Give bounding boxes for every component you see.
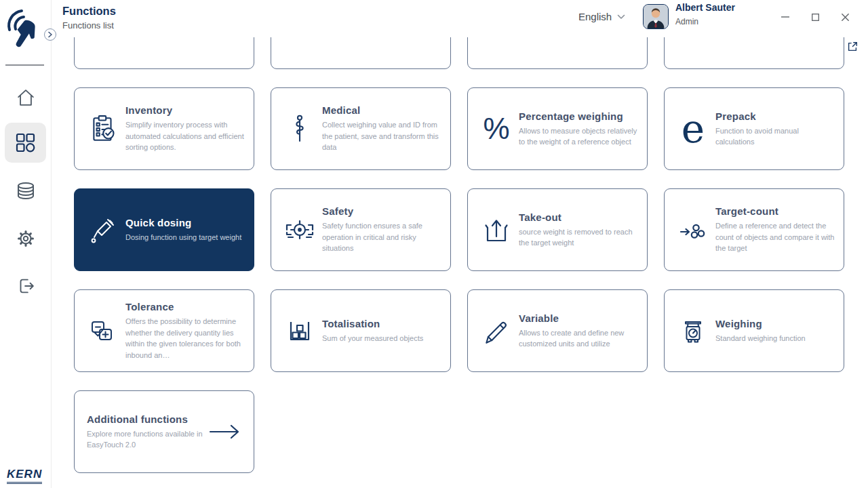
function-card-partial[interactable] <box>74 37 254 69</box>
card-description: Allows to create and define new customiz… <box>519 327 639 350</box>
expand-view-button[interactable] <box>846 41 859 53</box>
close-icon <box>842 14 849 21</box>
sidebar-item-settings[interactable] <box>0 228 51 249</box>
page-subtitle: Functions list <box>62 20 114 30</box>
card-title: Tolerance <box>125 301 245 312</box>
card-title: Safety <box>322 205 442 217</box>
dosing-pipette-icon <box>85 215 121 245</box>
inventory-checklist-icon <box>85 114 121 144</box>
function-card-safety[interactable]: Safety Safety function ensures a safe op… <box>271 188 451 271</box>
card-title: Medical <box>322 104 442 116</box>
card-description: Collect weighing value and ID from the p… <box>322 119 442 153</box>
language-selector[interactable]: English <box>578 11 625 22</box>
user-role: Admin <box>675 17 698 26</box>
percent-icon: % <box>479 112 514 146</box>
card-title: Inventory <box>125 104 245 116</box>
card-title: Prepack <box>715 110 835 122</box>
card-title: Weighing <box>715 318 806 329</box>
variable-pencil-icon <box>479 316 514 346</box>
function-card-weighing[interactable]: Weighing Standard weighing function <box>664 289 844 372</box>
medical-staff-icon <box>282 113 317 145</box>
kern-logo: KERN <box>7 468 42 484</box>
card-description: source weight is removed to reach the ta… <box>519 226 639 249</box>
chevron-down-icon <box>617 14 625 20</box>
card-description: Sum of your measured objects <box>322 333 423 344</box>
function-card-percentage-weighing[interactable]: % Percentage weighing Allows to measure … <box>467 87 648 170</box>
gear-icon <box>16 228 36 249</box>
sidebar-item-database[interactable] <box>0 180 51 202</box>
function-card-inventory[interactable]: Inventory Simplify inventory process wit… <box>74 87 254 170</box>
functions-list: Inventory Simplify inventory process wit… <box>51 37 868 488</box>
window-maximize-button[interactable] <box>808 9 823 24</box>
tolerance-icon <box>85 317 121 345</box>
card-description: Explore more functions available in Easy… <box>87 428 209 451</box>
arrow-right-icon <box>209 423 240 441</box>
card-description: Safety function ensures a safe operation… <box>322 220 442 254</box>
maximize-icon <box>812 14 819 21</box>
sidebar-item-functions[interactable] <box>5 123 46 163</box>
window-close-button[interactable] <box>837 9 852 24</box>
totalisation-icon <box>282 317 317 345</box>
weighing-scale-icon <box>675 317 711 345</box>
page-title: Functions <box>62 5 116 18</box>
card-description: Allows to measure objects relatively to … <box>519 125 639 148</box>
easytouch-logo <box>4 4 45 58</box>
card-title: Quick dosing <box>125 217 241 228</box>
user-avatar[interactable] <box>643 4 669 29</box>
card-description: Simplify inventory process with automate… <box>125 119 245 153</box>
target-count-icon <box>675 216 711 243</box>
function-card-prepack[interactable]: e Prepack Function to avoid manual calcu… <box>664 87 844 170</box>
safety-target-icon <box>282 216 317 243</box>
card-title: Percentage weighing <box>519 110 639 122</box>
chevron-right-icon <box>47 31 53 38</box>
card-title: Totalisation <box>322 318 423 329</box>
card-title: Variable <box>519 312 639 324</box>
function-card-quick-dosing[interactable]: Quick dosing Dosing function using targe… <box>74 188 254 271</box>
minimize-icon <box>781 16 789 18</box>
card-description: Define a reference and detect the count … <box>715 220 835 254</box>
home-icon <box>16 87 36 108</box>
take-out-icon <box>479 216 514 244</box>
header: Functions Functions list English Albert … <box>51 0 868 37</box>
function-card-variable[interactable]: Variable Allows to create and define new… <box>467 289 648 372</box>
function-card-medical[interactable]: Medical Collect weighing value and ID fr… <box>271 87 451 170</box>
user-name: Albert Sauter <box>675 2 735 13</box>
function-card-partial[interactable] <box>271 37 451 69</box>
app-window: KERN Functions Functions list English <box>0 0 868 488</box>
card-title: Target-count <box>715 205 835 217</box>
card-description: Dosing function using target weight <box>125 232 241 243</box>
card-description: Standard weighing function <box>715 333 806 344</box>
function-card-target-count[interactable]: Target-count Define a reference and dete… <box>664 188 844 271</box>
logout-icon <box>16 276 36 296</box>
sidebar-item-home[interactable] <box>0 87 51 108</box>
sidebar-divider <box>5 64 44 66</box>
function-card-totalisation[interactable]: Totalisation Sum of your measured object… <box>271 289 451 372</box>
function-card-partial[interactable] <box>467 37 648 69</box>
function-card-take-out[interactable]: Take-out source weight is removed to rea… <box>467 188 648 271</box>
sidebar-expand-button[interactable] <box>44 28 56 41</box>
card-title: Take-out <box>519 211 639 223</box>
open-in-full-icon <box>846 41 859 53</box>
card-description: Function to avoid manual calculations <box>715 125 835 148</box>
database-icon <box>16 181 36 201</box>
additional-functions-card[interactable]: Additional functions Explore more functi… <box>74 390 254 473</box>
card-description: Offers the possibility to determine whet… <box>125 316 245 361</box>
sidebar-item-logout[interactable] <box>0 275 51 297</box>
apps-grid-icon <box>15 132 36 153</box>
function-card-tolerance[interactable]: Tolerance Offers the possibility to dete… <box>74 289 254 372</box>
prepack-e-icon: e <box>675 109 711 148</box>
function-card-partial[interactable] <box>664 37 844 69</box>
language-label: English <box>578 11 612 22</box>
window-minimize-button[interactable] <box>778 9 793 24</box>
cards-grid: Inventory Simplify inventory process wit… <box>51 37 868 473</box>
sidebar: KERN <box>0 0 52 488</box>
card-title: Additional functions <box>87 413 209 425</box>
